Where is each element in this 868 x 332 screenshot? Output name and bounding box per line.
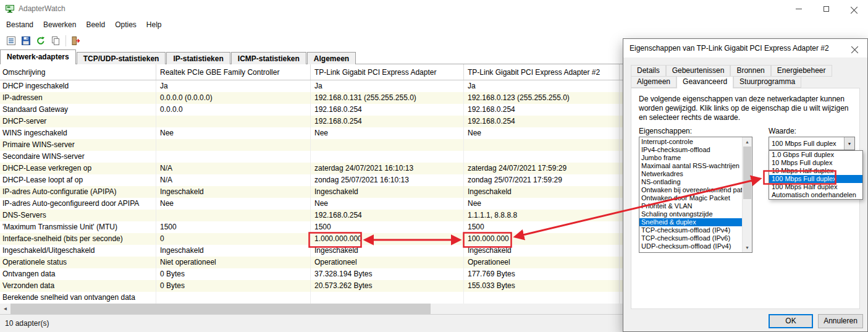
property-name-cell: Primaire WINS-server bbox=[0, 139, 156, 151]
menu-item[interactable]: Opties bbox=[110, 17, 141, 32]
left-arrow-icon: ◄ bbox=[3, 306, 8, 312]
close-icon bbox=[851, 6, 857, 12]
description-text: De volgende eigenschappen van deze netwe… bbox=[639, 95, 853, 122]
property-item[interactable]: Prioriteit & VLAN bbox=[639, 202, 742, 210]
tplink2-value-cell: Ingeschakeld bbox=[464, 186, 620, 198]
toolbar-separator bbox=[65, 35, 66, 46]
menu-item[interactable]: Help bbox=[141, 17, 167, 32]
dialog-tab-row-1: DetailsGebeurtenissenBronnenEnergiebehee… bbox=[631, 65, 832, 77]
dialog-tab[interactable]: Bronnen bbox=[730, 65, 770, 77]
properties-listbox[interactable]: Interrupt-controleIPv4-checksum-offloadJ… bbox=[639, 137, 752, 253]
property-name-cell: IP-adressen bbox=[0, 92, 156, 104]
listbox-scrollbar-thumb[interactable] bbox=[743, 147, 751, 199]
column-header-tplink-2[interactable]: TP-Link Gigabit PCI Express Adapter #2 bbox=[464, 64, 620, 80]
property-item[interactable]: UDP-checksum-offload (IPv4) bbox=[639, 242, 742, 250]
property-item[interactable]: Jumbo frame bbox=[639, 154, 742, 162]
dialog-tab-stuurprogramma[interactable]: Stuurprogramma bbox=[733, 76, 801, 88]
tplink2-value-cell: Operationeel bbox=[464, 257, 620, 268]
dropdown-option[interactable]: Automatisch onderhandelen bbox=[769, 191, 862, 199]
close-button[interactable] bbox=[840, 0, 868, 17]
menu-item[interactable]: Beeld bbox=[81, 17, 110, 32]
tab-page-geavanceerd: De volgende eigenschappen van deze netwe… bbox=[631, 88, 860, 309]
property-item[interactable]: TCP-checksum-offload (IPv4) bbox=[639, 226, 742, 234]
tplink2-value-cell bbox=[464, 292, 620, 304]
dropdown-option[interactable]: 100 Mbps Half duplex bbox=[769, 183, 862, 191]
property-name-cell: Interface-snelheid (bits per seconde) bbox=[0, 233, 156, 245]
dialog-tab[interactable]: Energiebeheer bbox=[771, 65, 832, 77]
realtek-value-cell: Nee bbox=[156, 127, 311, 139]
column-header-omschrijving[interactable]: Omschrijving bbox=[0, 64, 156, 80]
tplink2-value-cell: zaterdag 24/07/2021 17:59:29 bbox=[464, 163, 620, 174]
cancel-button[interactable]: Annuleren bbox=[818, 314, 863, 328]
properties-button[interactable] bbox=[4, 33, 19, 48]
tplink2-value-cell: 192.168.0.254 bbox=[464, 104, 620, 116]
dropdown-option[interactable]: 1.0 Gbps Full duplex bbox=[769, 151, 862, 159]
properties-dialog: Eigenschappen van TP-Link Gigabit PCI Ex… bbox=[623, 38, 868, 332]
tab-icmp-statistieken[interactable]: ICMP-statistieken bbox=[231, 52, 306, 64]
copy-button[interactable] bbox=[48, 33, 63, 48]
scrollbar-thumb[interactable] bbox=[11, 304, 431, 314]
scroll-left-arrow[interactable]: ◄ bbox=[0, 304, 11, 314]
property-name-cell: Berekende snelheid van ontvangen data bbox=[0, 292, 156, 304]
property-item[interactable]: Snelheid & duplex bbox=[639, 218, 742, 226]
maximize-icon bbox=[824, 6, 829, 12]
scroll-up-arrow[interactable]: ▲ bbox=[743, 137, 752, 147]
tplink2-value-cell: Nee bbox=[464, 198, 620, 210]
property-item[interactable]: Maximaal aantal RSS-wachtrijen bbox=[639, 162, 742, 170]
dropdown-option[interactable]: 10 Mbps Half duplex bbox=[769, 167, 862, 175]
tab-ip-statistieken[interactable]: IP-statistieken bbox=[166, 52, 230, 64]
property-name-cell: Verzonden data bbox=[0, 280, 156, 292]
ok-button[interactable]: OK bbox=[769, 314, 813, 328]
exit-button[interactable] bbox=[69, 33, 83, 48]
property-name-cell: DNS-Servers bbox=[0, 210, 156, 221]
tplink1-value-cell: 192.168.0.131 (255.255.255.0) bbox=[311, 92, 464, 104]
column-header-tplink-1[interactable]: TP-Link Gigabit PCI Express Adapter bbox=[311, 64, 464, 80]
dialog-tab[interactable]: Details bbox=[631, 65, 666, 77]
property-name-cell: WINS ingeschakeld bbox=[0, 127, 156, 139]
property-name-cell: 'Maximum Transmissie Unit' (MTU) bbox=[0, 221, 156, 233]
refresh-button[interactable] bbox=[33, 33, 48, 48]
save-button[interactable] bbox=[19, 33, 33, 48]
property-item[interactable]: Interrupt-controle bbox=[639, 138, 742, 146]
combo-dropdown-button[interactable]: ▼ bbox=[844, 137, 854, 150]
refresh-icon bbox=[36, 36, 46, 46]
realtek-value-cell bbox=[156, 139, 311, 151]
tplink1-value-cell: 1500 bbox=[311, 221, 464, 233]
tplink1-value-cell: 37.328.194 Bytes bbox=[311, 268, 464, 280]
property-item[interactable]: TCP-checksum-offload (IPv6) bbox=[639, 234, 742, 242]
realtek-value-cell bbox=[156, 292, 311, 304]
listbox-scrollbar[interactable]: ▲ ▼ bbox=[742, 137, 752, 252]
value-combobox[interactable]: 100 Mbps Full duplex ▼ bbox=[769, 137, 855, 150]
menu-item[interactable]: Bestand bbox=[1, 17, 38, 32]
dialog-tab-algemeen[interactable]: Algemeen bbox=[631, 76, 676, 88]
property-item[interactable]: Ontwaken bij overeenkomend patr bbox=[639, 186, 742, 194]
dropdown-option[interactable]: 10 Mbps Full duplex bbox=[769, 159, 862, 167]
property-item[interactable]: IPv4-checksum-offload bbox=[639, 146, 742, 154]
tab-tcp-udp-statistieken[interactable]: TCP/UDP-statistieken bbox=[77, 52, 166, 64]
property-item[interactable]: Ontwaken door Magic Packet bbox=[639, 194, 742, 202]
tplink1-value-cell: 20.573.262 Bytes bbox=[311, 280, 464, 292]
realtek-value-cell: 0 Bytes bbox=[156, 280, 311, 292]
property-name-cell: IP-adres Auto-configuratie (APIPA) bbox=[0, 186, 156, 198]
tab-algemeen[interactable]: Algemeen bbox=[307, 52, 356, 64]
combobox-value: 100 Mbps Full duplex bbox=[769, 137, 844, 150]
dialog-tab[interactable]: Gebeurtenissen bbox=[666, 65, 731, 77]
minimize-button[interactable] bbox=[785, 0, 812, 17]
dropdown-option[interactable]: 100 Mbps Full duplex bbox=[769, 175, 862, 183]
column-header-realtek[interactable]: Realtek PCIe GBE Family Controller bbox=[156, 64, 311, 80]
realtek-value-cell: Niet operationeel bbox=[156, 257, 311, 268]
maximize-button[interactable] bbox=[812, 0, 840, 17]
realtek-value-cell: Nee bbox=[156, 198, 311, 210]
tplink1-value-cell bbox=[311, 139, 464, 151]
menu-item[interactable]: Bewerken bbox=[38, 17, 81, 32]
scroll-down-arrow[interactable]: ▼ bbox=[743, 243, 752, 252]
realtek-value-cell: N/A bbox=[156, 163, 311, 174]
property-item[interactable]: Netwerkadres bbox=[639, 170, 742, 178]
property-item[interactable]: Schaling ontvangstzijde bbox=[639, 210, 742, 218]
property-item[interactable]: NS-ontlading bbox=[639, 178, 742, 186]
dialog-close-icon bbox=[851, 45, 858, 52]
tab-netwerk-adapters[interactable]: Netwerk-adapters bbox=[0, 49, 76, 64]
tplink1-value-cell bbox=[311, 292, 464, 304]
dialog-close-button[interactable] bbox=[841, 39, 867, 57]
dialog-tab-geavanceerd[interactable]: Geavanceerd bbox=[676, 76, 733, 88]
